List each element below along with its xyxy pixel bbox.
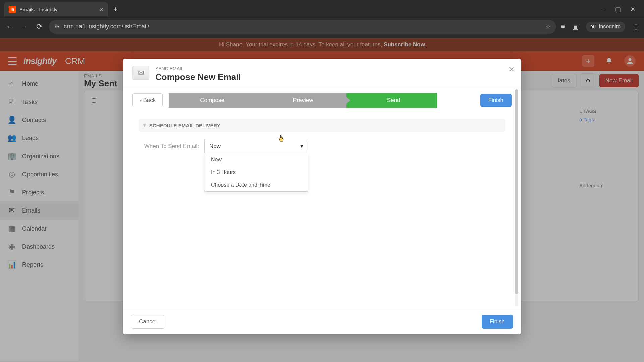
close-window-icon[interactable]: ✕: [630, 6, 635, 13]
close-modal-icon[interactable]: ×: [509, 64, 514, 75]
url-text: crm.na1.insightly.com/list/Email/: [64, 23, 149, 30]
reading-list-icon[interactable]: ≡: [561, 23, 565, 31]
incognito-label: Incognito: [599, 24, 621, 30]
new-tab-button[interactable]: +: [111, 2, 120, 16]
mail-icon: ✉: [132, 66, 149, 80]
step-send[interactable]: Send: [346, 93, 437, 108]
chevron-left-icon: ‹: [140, 97, 142, 103]
section-header[interactable]: ▾ SCHEDULE EMAIL DELIVERY: [139, 119, 505, 132]
dropdown-option-3hours[interactable]: In 3 Hours: [205, 166, 308, 179]
when-to-send-label: When To Send Email:: [139, 143, 199, 150]
modal-title: Compose New Email: [155, 72, 241, 82]
dropdown-option-choose-date[interactable]: Choose a Date and Time: [205, 179, 308, 191]
url-field[interactable]: ⚙ crm.na1.insightly.com/list/Email/ ☆: [49, 20, 556, 34]
browser-chrome: in Emails - Insightly × + − ▢ ✕ ← → ⟳ ⚙ …: [0, 0, 644, 38]
maximize-icon[interactable]: ▢: [615, 6, 621, 13]
wizard-stepper: Compose Preview Send: [169, 93, 437, 108]
window-controls: − ▢ ✕: [602, 6, 640, 13]
modal-overlay: ✉ SEND EMAIL Compose New Email × ‹ Back …: [0, 38, 644, 362]
incognito-icon: 👁: [591, 24, 596, 30]
compose-email-modal: ✉ SEND EMAIL Compose New Email × ‹ Back …: [123, 59, 521, 334]
close-tab-icon[interactable]: ×: [100, 6, 103, 13]
site-settings-icon[interactable]: ⚙: [54, 23, 60, 31]
dropdown-option-now[interactable]: Now: [205, 153, 308, 166]
caret-down-icon: ▾: [300, 143, 303, 150]
step-compose[interactable]: Compose: [169, 93, 256, 108]
browser-tab[interactable]: in Emails - Insightly ×: [4, 2, 108, 16]
insightly-favicon: in: [9, 6, 16, 13]
chevron-down-icon: ▾: [143, 122, 146, 128]
back-button[interactable]: ‹ Back: [132, 93, 163, 107]
scrollbar-thumb[interactable]: [515, 89, 518, 294]
finish-button-bottom[interactable]: Finish: [482, 315, 513, 329]
bookmark-star-icon[interactable]: ☆: [545, 23, 551, 31]
panel-icon[interactable]: ▣: [572, 23, 579, 31]
step-preview[interactable]: Preview: [256, 93, 346, 108]
back-label: Back: [143, 97, 156, 103]
tab-title: Emails - Insightly: [19, 7, 57, 12]
minimize-icon[interactable]: −: [602, 6, 606, 13]
incognito-indicator[interactable]: 👁 Incognito: [586, 22, 625, 32]
modal-scrollbar[interactable]: [515, 89, 518, 306]
forward-icon[interactable]: →: [19, 22, 30, 31]
address-bar: ← → ⟳ ⚙ crm.na1.insightly.com/list/Email…: [0, 17, 644, 36]
kebab-menu-icon[interactable]: ⋮: [633, 23, 639, 31]
when-to-send-select[interactable]: Now ▾ Now In 3 Hours Choose a Date and T…: [204, 139, 308, 154]
select-value: Now: [209, 143, 221, 150]
reload-icon[interactable]: ⟳: [34, 22, 44, 31]
toolbar-icons: ≡ ▣ 👁 Incognito ⋮: [561, 22, 639, 32]
when-to-send-dropdown: Now In 3 Hours Choose a Date and Time: [205, 153, 308, 192]
cancel-button[interactable]: Cancel: [131, 315, 164, 329]
finish-button-top[interactable]: Finish: [480, 94, 512, 107]
section-title: SCHEDULE EMAIL DELIVERY: [149, 123, 220, 128]
back-icon[interactable]: ←: [5, 22, 15, 31]
tab-bar: in Emails - Insightly × + − ▢ ✕: [0, 0, 644, 17]
modal-eyebrow: SEND EMAIL: [155, 66, 241, 71]
